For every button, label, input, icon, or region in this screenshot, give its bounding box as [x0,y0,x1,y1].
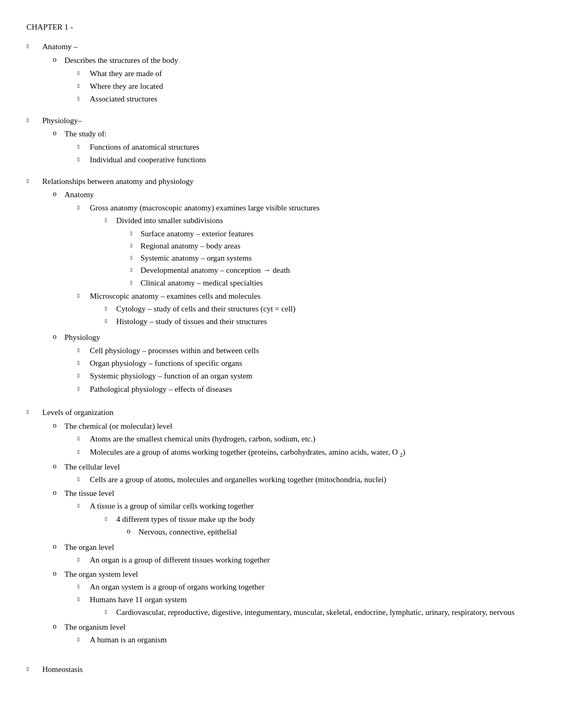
bullet2: ▯ [77,596,90,603]
bullet2: ▯ [77,156,90,163]
bullet2: ▯ [77,476,90,483]
clinical-anatomy: Clinical anatomy – medical specialties [141,277,263,289]
organism-desc: A human is an organism [90,634,167,646]
tissue-types-list: Nervous, connective, epithelial [138,526,237,538]
tissue-desc: A tissue is a group of similar cells wor… [90,502,254,510]
bullet2: ▯ [77,360,90,367]
tissue-4types: 4 different types of tissue make up the … [116,515,255,523]
organ-level: The organ level [64,543,114,551]
relationships-label: Relationships between anatomy and physio… [42,177,194,186]
chemical-level: The chemical (or molecular) level [64,422,172,430]
bullet4: ▯ [130,254,141,262]
anatomy-label: Anatomy – [42,42,78,51]
microscopic-anatomy: Microscopic anatomy – examines cells and… [90,292,260,300]
organ-physiology: Organ physiology – functions of specific… [90,357,242,370]
bullet3: ▯ [105,515,116,523]
bullet2: ▯ [77,204,90,211]
o-bullet: o [53,541,64,552]
organ-system-desc: An organ system is a group of organs wor… [90,581,265,593]
physiology-individual: Individual and cooperative functions [90,154,206,166]
bullet2: ▯ [77,143,90,151]
bullet2: ▯ [77,70,90,77]
bullet3: ▯ [105,305,116,312]
bullet3: ▯ [105,217,116,224]
cytology: Cytology – study of cells and their stru… [116,303,295,315]
divided-subdivisions: Divided into smaller subdivisions [116,216,223,225]
bullet2: ▯ [77,435,90,443]
physiology-studyof: The study of: [64,130,107,138]
levels-label: Levels of organization [42,408,114,417]
o-bullet: o [53,128,64,139]
cells-desc: Cells are a group of atoms, molecules an… [90,474,386,486]
bullet2: ▯ [77,95,90,103]
bullet2: ▯ [77,556,90,564]
humans-11: Humans have 11 organ system [90,595,186,604]
bullet2: ▯ [77,583,90,591]
o-bullet: o [53,621,64,632]
bullet2: ▯ [77,372,90,380]
section-homeostasis: ▯ Homeostasis [26,664,535,676]
gross-anatomy: Gross anatomy (macroscopic anatomy) exam… [90,204,320,212]
section-physiology: ▯ Physiology– o The study of: ▯ Function… [26,115,535,168]
bullet2: ▯ [77,636,90,643]
o-bullet: o [53,487,64,498]
systemic-physiology: Systemic physiology – function of an org… [90,370,253,382]
section-levels: ▯ Levels of organization o The chemical … [26,407,535,648]
bullet2: ▯ [77,448,90,456]
systemic-anatomy: Systemic anatomy – organ systems [141,252,252,264]
bullet4: ▯ [130,266,141,274]
bullet2: ▯ [77,347,90,354]
anatomy-made: What they are made of [90,68,162,80]
o-bullet: o [53,331,64,342]
bullet2: ▯ [77,385,90,393]
bullet4: ▯ [130,230,141,237]
bullet2: ▯ [77,292,90,300]
organ-systems-list: Cardiovascular, reproductive, digestive,… [116,606,515,619]
rel-anatomy-label: Anatomy [64,190,94,199]
cellular-level: The cellular level [64,463,120,471]
cell-physiology: Cell physiology – processes within and b… [90,345,259,357]
histology: Histology – study of tissues and their s… [116,316,267,328]
o-bullet: o [53,189,64,199]
bullet-anatomy: ▯ [26,43,42,50]
developmental-anatomy: Developmental anatomy – conception → dea… [141,264,290,277]
section-relationships: ▯ Relationships between anatomy and phys… [26,176,535,397]
o-bullet: o [127,526,138,537]
bullet-levels: ▯ [26,409,42,416]
chapter-title: CHAPTER 1 - [26,21,535,33]
regional-anatomy: Regional anatomy – body areas [141,240,240,252]
bullet2: ▯ [77,502,90,510]
o-bullet: o [53,461,64,472]
organ-system-level: The organ system level [64,570,138,578]
rel-physiology-label: Physiology [64,333,100,342]
bullet-relationships: ▯ [26,178,42,185]
sub2: 2 [400,451,403,458]
physiology-label: Physiology– [42,116,82,125]
section-anatomy: ▯ Anatomy – o Describes the structures o… [26,41,535,107]
bullet3: ▯ [105,318,116,325]
anatomy-associated: Associated structures [90,93,157,105]
o-bullet: o [53,54,64,65]
bullet4: ▯ [130,242,141,250]
physiology-functions: Functions of anatomical structures [90,141,199,153]
bullet3: ▯ [105,609,116,616]
anatomy-located: Where they are located [90,80,163,93]
organism-level: The organism level [64,623,126,631]
anatomy-describes: Describes the structures of the body [64,56,178,64]
molecules: Molecules are a group of atoms working t… [90,446,405,459]
bullet-physiology: ▯ [26,117,42,124]
surface-anatomy: Surface anatomy – exterior features [141,228,254,240]
o-bullet: o [53,420,64,431]
organ-desc: An organ is a group of different tissues… [90,554,270,566]
bullet2: ▯ [77,82,90,90]
tissue-level: The tissue level [64,489,114,497]
o-bullet: o [53,568,64,579]
bullet4: ▯ [130,279,141,287]
pathological-physiology: Pathological physiology – effects of dis… [90,383,232,395]
atoms: Atoms are the smallest chemical units (h… [90,433,315,445]
bullet-homeostasis: ▯ [26,666,42,673]
homeostasis-label: Homeostasis [42,664,83,676]
